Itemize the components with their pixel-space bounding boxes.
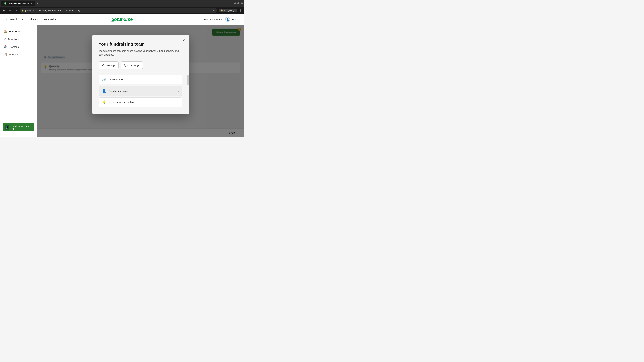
app-store-icon: 📱 (5, 125, 9, 130)
user-name: John (231, 18, 236, 21)
maximize-button[interactable] (238, 2, 240, 4)
modal-overlay[interactable]: × Your fundraising team Team members can… (37, 25, 244, 137)
modal-scroll-area: Your fundraising team Team members can h… (92, 35, 189, 114)
message-icon: 💬 (124, 63, 128, 67)
plus-icon: + (177, 100, 179, 104)
active-tab[interactable]: G Dashboard - GoFundMe × (1, 1, 35, 6)
message-label: Message (129, 64, 139, 67)
fundraising-team-modal: × Your fundraising team Team members can… (92, 35, 189, 114)
search-icon: 🔍 (5, 18, 8, 21)
nav-right: Your fundraisers 👤 John ▾ (204, 17, 239, 22)
for-individuals-chevron: ▾ (38, 18, 40, 21)
browser-chrome: G Dashboard - GoFundMe × + (0, 0, 244, 7)
sidebar-item-updates[interactable]: 📋 Updates (0, 51, 37, 58)
send-email-arrow-icon: › (178, 89, 179, 93)
sidebar-bottom: 📱 Download our free app (0, 120, 37, 134)
user-chevron-icon: ▾ (238, 18, 239, 21)
sidebar-label-transfers: Transfers (9, 45, 20, 48)
tab-favicon: G (4, 2, 6, 4)
search-label: Search (10, 18, 18, 21)
sidebar-item-transfers[interactable]: 🏦 Transfers (0, 43, 37, 51)
not-sure-label: Not sure who to invite? (109, 101, 134, 104)
back-button[interactable]: ← (2, 8, 6, 12)
minimize-button[interactable] (234, 2, 236, 4)
url-text: gofundme.com/manage/wn9uf5-please-help-b… (25, 9, 80, 12)
transfers-notification-dot (5, 44, 6, 46)
address-bar[interactable]: 🔒 gofundme.com/manage/wn9uf5-please-help… (20, 8, 217, 13)
forward-button[interactable]: → (8, 8, 12, 12)
sidebar-item-dashboard[interactable]: 🏠 Dashboard (0, 27, 37, 35)
sidebar-label-donations: Donations (8, 38, 20, 40)
sidebar-label-updates: Updates (9, 53, 18, 56)
main-area: 🏠 Dashboard ◎ Donations 🏦 Transfers 📋 Up… (0, 25, 244, 137)
user-avatar-icon: 👤 (225, 17, 230, 22)
invite-via-link-item[interactable]: 🔗 Invite via link (98, 75, 182, 84)
dashboard-icon: 🏠 (3, 29, 7, 33)
window-controls (234, 2, 243, 4)
download-app-label: Download our free app (11, 125, 32, 130)
content-area: Share fundraiser 1 🏛 Set up transfers 💡 … (37, 25, 244, 137)
refresh-button[interactable]: ↻ (14, 8, 18, 13)
sidebar: 🏠 Dashboard ◎ Donations 🏦 Transfers 📋 Up… (0, 25, 37, 137)
page: 🔍 Search For individuals ▾ For charities… (0, 14, 244, 137)
modal-scrollbar[interactable] (188, 75, 188, 85)
address-bar-row: ← → ↻ 🔒 gofundme.com/manage/wn9uf5-pleas… (0, 7, 244, 14)
extensions-button[interactable]: ⋮ (239, 8, 242, 12)
not-sure-who-item[interactable]: 💡 Not sure who to invite? + (98, 97, 182, 107)
invite-via-link-label: Invite via link (109, 78, 123, 81)
user-menu[interactable]: 👤 John ▾ (225, 17, 239, 22)
incognito-label: Incognito (2) (224, 9, 236, 11)
message-button[interactable]: 💬 Message (120, 61, 143, 69)
for-charities-nav-item[interactable]: For charities (44, 18, 58, 21)
lock-icon: 🔒 (22, 9, 24, 11)
tab-title: Dashboard - GoFundMe (8, 2, 29, 4)
for-charities-label: For charities (44, 18, 58, 21)
send-email-label: Send email invites (109, 89, 129, 92)
for-individuals-label: For individuals (22, 18, 38, 21)
lightbulb-icon: 💡 (102, 100, 106, 104)
right-controls: 🕵 Incognito (2) ⋮ (219, 8, 242, 12)
settings-icon: ⚙ (102, 63, 105, 67)
link-icon: 🔗 (102, 77, 106, 81)
settings-button[interactable]: ⚙ Settings (98, 61, 118, 69)
sidebar-label-dashboard: Dashboard (9, 30, 22, 33)
your-fundraisers-link[interactable]: Your fundraisers (204, 18, 222, 21)
donations-icon: ◎ (3, 37, 6, 41)
send-email-invites-item[interactable]: 👤 Send email invites › (98, 86, 182, 96)
updates-icon: 📋 (3, 53, 7, 56)
top-nav: 🔍 Search For individuals ▾ For charities… (0, 14, 244, 25)
gofundme-logo: gofundme (111, 17, 133, 22)
close-button[interactable] (241, 2, 243, 4)
incognito-icon: 🕵 (221, 9, 223, 11)
new-tab-button[interactable]: + (36, 1, 40, 5)
browser-tabs: G Dashboard - GoFundMe × + (1, 1, 232, 6)
modal-close-button[interactable]: × (181, 37, 186, 43)
modal-description: Team members can help share beyond your … (98, 49, 182, 57)
settings-label: Settings (106, 64, 115, 67)
download-app-button[interactable]: 📱 Download our free app (3, 123, 34, 131)
search-nav-item[interactable]: 🔍 Search (5, 18, 18, 21)
nav-left: 🔍 Search For individuals ▾ For charities (5, 18, 58, 21)
modal-actions: ⚙ Settings 💬 Message (98, 61, 182, 69)
modal-title: Your fundraising team (98, 41, 182, 47)
sidebar-item-donations[interactable]: ◎ Donations (0, 35, 37, 43)
bookmark-icon[interactable]: ★ (213, 9, 215, 12)
person-add-icon: 👤 (102, 89, 106, 93)
tab-close-button[interactable]: × (31, 2, 32, 4)
for-individuals-nav-item[interactable]: For individuals ▾ (22, 18, 40, 21)
incognito-profile-button[interactable]: 🕵 Incognito (2) (219, 8, 237, 12)
